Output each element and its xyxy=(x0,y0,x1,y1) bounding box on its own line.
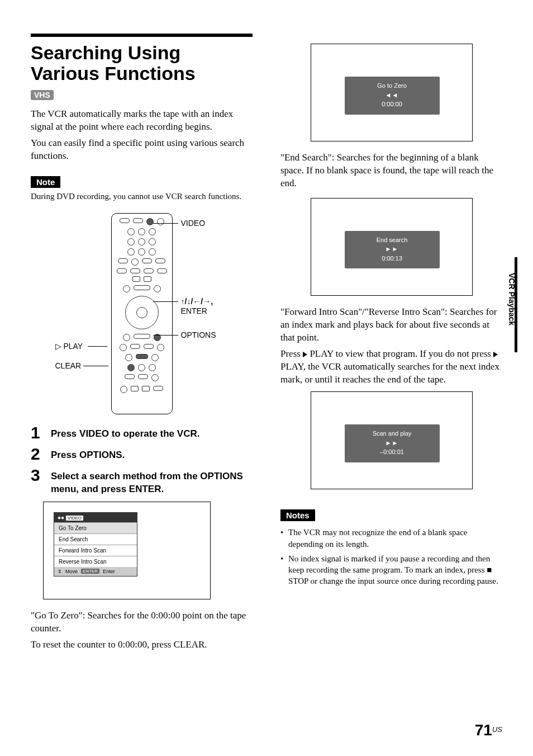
note-item-1: The VCR may not recognize the end of a b… xyxy=(280,527,502,550)
vhs-badge: VHS xyxy=(31,90,54,100)
play-icon xyxy=(493,352,498,357)
footer-enter-badge: ENTER xyxy=(81,569,99,574)
footer-move-label: Move xyxy=(65,569,78,574)
intro-paragraph-2: You can easily find a specific point usi… xyxy=(31,137,253,163)
step-2: 2Press OPTIONS. xyxy=(31,446,253,462)
note-item-2: No index signal is marked if you pause a… xyxy=(280,553,502,587)
note-text: During DVD recording, you cannot use VCR… xyxy=(31,191,253,202)
go-to-zero-desc-1: "Go To Zero": Searches for the 0:00:00 p… xyxy=(31,609,253,635)
notes-heading: Notes xyxy=(280,509,315,521)
notes-list: The VCR may not recognize the end of a b… xyxy=(280,527,502,587)
step-number: 1 xyxy=(31,424,43,441)
osd-title: Go to Zero xyxy=(348,81,436,91)
remote-label-play: ▷ PLAY xyxy=(55,342,83,351)
header-icon: ●● xyxy=(58,514,64,521)
osd-title: End search xyxy=(348,235,436,245)
page-number: 71 xyxy=(475,721,492,739)
page-title: Searching Using Various Functions xyxy=(31,42,253,84)
footer-enter-label: Enter xyxy=(103,569,115,574)
fast-forward-icon: ►► xyxy=(348,438,436,448)
intro-paragraph-1: The VCR automatically marks the tape wit… xyxy=(31,108,253,134)
menu-item-reverse-intro: Reverse Intro Scan xyxy=(54,556,137,567)
header-video-label: VIDEO xyxy=(66,516,83,521)
steps-list: 1Press VIDEO to operate the VCR. 2Press … xyxy=(31,424,253,496)
enter-label: ENTER xyxy=(181,306,207,315)
end-search-desc: "End Search": Searches for the beginning… xyxy=(280,152,502,190)
osd-time: 0:00:00 xyxy=(348,100,436,109)
go-to-zero-desc-2: To reset the counter to 0:00:00, press C… xyxy=(31,639,253,651)
remote-label-options: OPTIONS xyxy=(181,330,216,339)
osd-title: Scan and play xyxy=(348,429,436,438)
menu-item-go-to-zero: Go To Zero xyxy=(54,522,137,533)
remote-label-clear: CLEAR xyxy=(55,361,82,370)
step-text: Press OPTIONS. xyxy=(51,446,125,462)
menu-item-end-search: End Search xyxy=(54,533,137,545)
menu-item-forward-intro: Forward Intro Scan xyxy=(54,545,137,556)
step-number: 2 xyxy=(31,446,43,462)
step-number: 3 xyxy=(31,467,43,496)
step-3: 3Select a search method from the OPTIONS… xyxy=(31,467,253,496)
rewind-icon: ◄◄ xyxy=(348,91,436,100)
remote-label-video: VIDEO xyxy=(181,219,206,228)
text-segment: PLAY, the VCR automatically searches for… xyxy=(280,361,499,385)
page-region: US xyxy=(492,725,502,734)
intro-scan-desc-2: Press PLAY to view that program. If you … xyxy=(280,348,502,386)
section-tab: VCR Playback xyxy=(506,257,517,352)
intro-scan-desc-1: "Forward Intro Scan"/"Reverse Intro Scan… xyxy=(280,306,502,344)
text-segment: PLAY to view that program. If you do not… xyxy=(307,348,493,359)
remote-label-arrows: ↑/↓/←/→, ENTER xyxy=(181,297,213,316)
play-icon xyxy=(303,352,307,357)
text-segment: Press xyxy=(280,348,303,359)
note-heading: Note xyxy=(31,176,60,188)
step-text: Press VIDEO to operate the VCR. xyxy=(51,424,199,441)
arrow-symbols: ↑/↓/←/→, xyxy=(181,297,213,306)
move-icon: ⇕ xyxy=(58,569,62,574)
osd-time: –0:00:01 xyxy=(348,447,436,457)
osd-end-search: End search ►► 0:00:13 xyxy=(311,198,473,296)
osd-scan-play: Scan and play ►► –0:00:01 xyxy=(311,391,473,489)
remote-diagram: VIDEO ↑/↓/←/→, ENTER OPTIONS ▷ PLAY CLEA… xyxy=(64,213,220,414)
osd-go-to-zero: Go to Zero ◄◄ 0:00:00 xyxy=(311,44,473,141)
step-1: 1Press VIDEO to operate the VCR. xyxy=(31,424,253,441)
fast-forward-icon: ►► xyxy=(348,244,436,254)
step-text: Select a search method from the OPTIONS … xyxy=(51,467,253,496)
section-tab-label: VCR Playback xyxy=(507,273,516,325)
osd-time: 0:00:13 xyxy=(348,254,436,263)
page-footer: 71US xyxy=(475,721,502,739)
options-menu-screenshot: ●●VIDEO Go To Zero End Search Forward In… xyxy=(43,502,211,599)
